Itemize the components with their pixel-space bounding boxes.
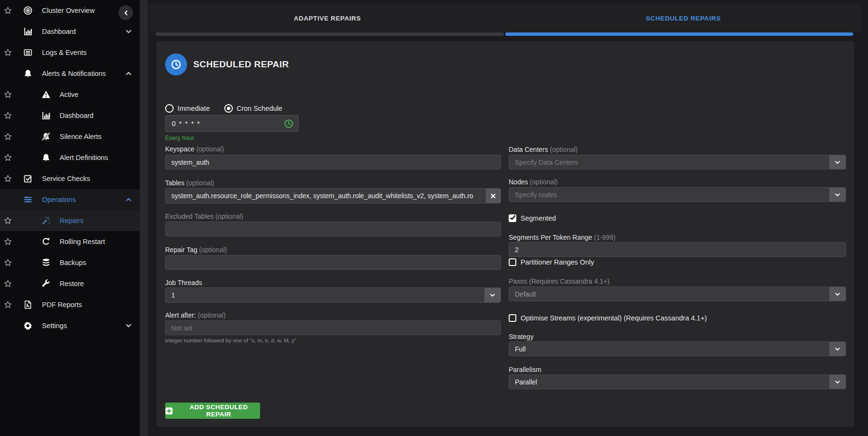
cron-expression-input[interactable]: 0 * * * *: [165, 115, 299, 132]
file-pdf-icon: [23, 300, 32, 309]
repairs-tab-bar: ADAPTIVE REPAIRS SCHEDULED REPAIRS: [149, 4, 861, 32]
sliders-icon: [23, 195, 32, 204]
segmented-checkbox-row[interactable]: Segmented: [509, 214, 846, 222]
radio-cron-schedule-label: Cron Schedule: [237, 105, 282, 112]
sidebar-scrollbar[interactable]: [140, 0, 148, 436]
sidebar-item-label: Active: [60, 84, 79, 105]
sidebar-item-label: Dashboard: [42, 21, 76, 42]
partitioner-ranges-only-row[interactable]: Partitioner Ranges Only: [509, 258, 846, 266]
clock-icon[interactable]: [284, 119, 293, 128]
data-centers-dropdown-button[interactable]: [829, 155, 846, 170]
radio-cron-schedule[interactable]: Cron Schedule: [224, 104, 282, 113]
sidebar-item-rolling-restart[interactable]: Rolling Restart: [0, 231, 140, 252]
job-threads-value: 1: [171, 291, 175, 299]
keyspace-value: system_auth: [171, 159, 209, 166]
segments-per-token-range-input[interactable]: 2: [509, 242, 846, 257]
nodes-select[interactable]: Specify nodes: [509, 187, 846, 202]
sidebar-item-dashboard[interactable]: Dashboard: [0, 21, 140, 42]
favorite-star-icon[interactable]: [4, 49, 12, 57]
alert-after-input[interactable]: Not set: [165, 320, 501, 335]
sidebar-item-pdf-reports[interactable]: PDF Reports: [0, 294, 140, 315]
data-centers-select[interactable]: Specify Data Centers: [509, 155, 846, 170]
paxos-select[interactable]: Default: [509, 287, 846, 301]
job-threads-select[interactable]: 1: [165, 287, 501, 303]
chevron-down-icon: [834, 346, 841, 352]
sidebar-item-backups[interactable]: Backups: [0, 252, 140, 273]
paxos-dropdown-button[interactable]: [829, 287, 846, 301]
sidebar-item-label: Settings: [42, 315, 67, 336]
parallelism-value: Parallel: [515, 378, 537, 386]
bell-icon: [42, 153, 51, 162]
radio-immediate[interactable]: Immediate: [165, 104, 210, 113]
radio-immediate-control[interactable]: [165, 104, 174, 113]
alert-after-placeholder: Not set: [171, 324, 192, 332]
bar-chart-icon: [42, 111, 51, 120]
parallelism-select[interactable]: Parallel: [509, 374, 846, 389]
favorite-star-icon[interactable]: [4, 154, 12, 162]
segmented-checkbox[interactable]: [509, 214, 516, 222]
favorite-star-icon[interactable]: [4, 91, 12, 99]
sidebar-item-label: Restore: [60, 273, 84, 294]
sidebar-item-silence-alerts[interactable]: Silence Alerts: [0, 126, 140, 147]
sidebar-item-logs-events[interactable]: Logs & Events: [0, 42, 140, 63]
sidebar-item-alert-definitions[interactable]: Alert Definitions: [0, 147, 140, 168]
segments-per-token-range-value: 2: [515, 246, 519, 254]
favorite-star-icon[interactable]: [4, 217, 12, 225]
sidebar-item-label: Dashboard: [60, 105, 94, 126]
sidebar-item-label: Backups: [60, 252, 86, 273]
parallelism-dropdown-button[interactable]: [829, 374, 846, 389]
segmented-label: Segmented: [521, 214, 556, 222]
tables-input[interactable]: system_auth.resource_role_permissons_ind…: [165, 188, 501, 203]
favorite-star-icon[interactable]: [4, 133, 12, 141]
favorite-star-icon[interactable]: [4, 280, 12, 288]
chevron-down-icon: [125, 28, 132, 35]
sidebar-item-label: Alerts & Notifications: [42, 63, 106, 84]
sidebar-item-label: Repairs: [60, 210, 84, 231]
tables-clear-button[interactable]: [486, 188, 501, 203]
sidebar-item-service-checks[interactable]: Service Checks: [0, 168, 140, 189]
sidebar-item-repairs[interactable]: Repairs: [0, 210, 140, 231]
radio-immediate-label: Immediate: [178, 105, 210, 112]
strategy-label: Strategy: [509, 333, 846, 340]
sidebar-item-alerts-dashboard[interactable]: Dashboard: [0, 105, 140, 126]
excluded-tables-input[interactable]: [165, 222, 501, 236]
sidebar-item-label: Silence Alerts: [60, 126, 102, 147]
favorite-star-icon[interactable]: [4, 301, 12, 309]
favorite-star-icon[interactable]: [4, 7, 12, 15]
sidebar-collapse-button[interactable]: [118, 5, 133, 20]
sidebar-item-active[interactable]: Active: [0, 84, 140, 105]
sidebar-item-alerts-notifications[interactable]: Alerts & Notifications: [0, 63, 140, 84]
partitioner-ranges-only-checkbox[interactable]: [509, 258, 516, 266]
repair-tag-input[interactable]: [165, 255, 501, 270]
alert-after-label: Alert after: (optional): [165, 312, 501, 319]
plus-icon: [165, 407, 173, 415]
job-threads-label: Job Threads: [165, 279, 501, 287]
nodes-dropdown-button[interactable]: [829, 187, 846, 202]
sidebar-item-settings[interactable]: Settings: [0, 315, 140, 336]
favorite-star-icon[interactable]: [4, 238, 12, 246]
job-threads-dropdown-button[interactable]: [484, 287, 501, 303]
data-centers-placeholder: Specify Data Centers: [515, 159, 578, 166]
sidebar-item-operations[interactable]: Operations: [0, 189, 140, 210]
nodes-label: Nodes (optional): [509, 179, 846, 186]
add-scheduled-repair-label: ADD SCHEDULED REPAIR: [178, 404, 261, 418]
radio-cron-schedule-control[interactable]: [224, 104, 233, 113]
chevron-up-icon: [125, 196, 132, 203]
strategy-dropdown-button[interactable]: [829, 341, 846, 356]
favorite-star-icon[interactable]: [4, 112, 12, 120]
schedule-mode-group: Immediate Cron Schedule: [165, 104, 501, 113]
nodes-placeholder: Specify nodes: [515, 191, 557, 199]
keyspace-input[interactable]: system_auth: [165, 155, 501, 170]
cron-hint: Every hour: [165, 135, 501, 141]
sidebar-item-restore[interactable]: Restore: [0, 273, 140, 294]
optimise-streams-checkbox[interactable]: [509, 314, 516, 322]
paxos-value: Default: [515, 290, 536, 298]
optimise-streams-row[interactable]: Optimise Streams (experimental) (Require…: [509, 314, 846, 322]
favorite-star-icon[interactable]: [4, 175, 12, 183]
strategy-select[interactable]: Full: [509, 341, 846, 356]
tab-scheduled-repairs[interactable]: SCHEDULED REPAIRS: [505, 4, 861, 32]
add-scheduled-repair-button[interactable]: ADD SCHEDULED REPAIR: [165, 403, 260, 419]
tab-adaptive-repairs[interactable]: ADAPTIVE REPAIRS: [149, 4, 505, 32]
chevron-down-icon: [125, 322, 132, 330]
favorite-star-icon[interactable]: [4, 259, 12, 267]
